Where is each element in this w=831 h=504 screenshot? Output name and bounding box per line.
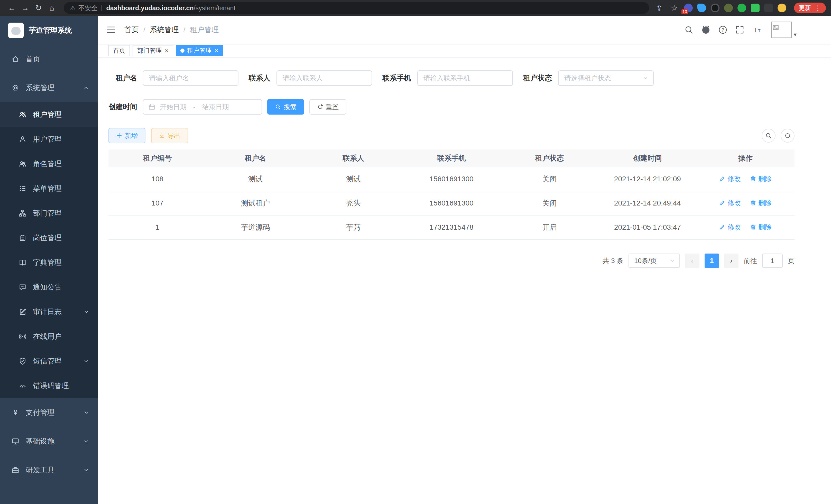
- delete-link[interactable]: 删除: [750, 174, 772, 183]
- refresh-table-button[interactable]: [781, 129, 795, 143]
- sidebar-logo[interactable]: 芋道管理系统: [0, 16, 98, 45]
- tenant-table: 租户编号 租户名 联系人 联系手机 租户状态 创建时间 操作 108 测试: [109, 149, 795, 240]
- edit-link[interactable]: 修改: [719, 174, 741, 183]
- close-icon[interactable]: ×: [165, 48, 169, 54]
- cell-created: 2021-01-05 17:03:47: [598, 215, 696, 239]
- sidebar-item-post[interactable]: 岗位管理: [0, 226, 98, 250]
- bookmark-star-icon[interactable]: ☆: [669, 0, 679, 16]
- github-icon[interactable]: [701, 25, 711, 34]
- warning-icon: ⚠: [70, 4, 76, 12]
- user-avatar-dropdown[interactable]: ▾: [771, 22, 797, 38]
- breadcrumb-separator: /: [183, 26, 185, 34]
- tag-tenant[interactable]: 租户管理 ×: [176, 45, 223, 56]
- extension-icon-3[interactable]: [711, 4, 719, 12]
- sidebar-item-label: 字典管理: [33, 258, 62, 267]
- tag-home[interactable]: 首页: [109, 45, 130, 56]
- delete-link[interactable]: 删除: [750, 223, 772, 232]
- goto-page-input[interactable]: [762, 254, 783, 268]
- sidebar-item-error-code[interactable]: </> 错误码管理: [0, 374, 98, 398]
- cell-tenant-id: 107: [109, 191, 206, 215]
- search-button-label: 搜索: [284, 103, 296, 111]
- toggle-search-button[interactable]: [762, 129, 775, 143]
- next-page-button[interactable]: ›: [724, 254, 739, 268]
- sidebar-item-tenant[interactable]: 租户管理: [0, 102, 98, 127]
- page-number-button[interactable]: 1: [705, 254, 719, 268]
- date-range-picker[interactable]: 开始日期 - 结束日期: [143, 99, 262, 115]
- filter-row-1: 租户名 联系人 联系手机 租户状态 请选择租户状态: [109, 70, 831, 86]
- cell-actions: 修改删除: [697, 167, 795, 191]
- status-select-placeholder: 请选择租户状态: [564, 74, 611, 83]
- sidebar-item-pay[interactable]: ¥ 支付管理: [0, 398, 98, 427]
- col-contact: 联系人: [305, 149, 402, 167]
- not-secure-indicator[interactable]: ⚠ 不安全: [70, 4, 97, 12]
- address-bar[interactable]: ⚠ 不安全 dashboard.yudao.iocoder.cn /system…: [64, 2, 649, 14]
- edit-link[interactable]: 修改: [719, 223, 741, 232]
- help-icon[interactable]: ?: [718, 25, 727, 34]
- delete-link[interactable]: 删除: [750, 199, 772, 208]
- logo-image: [8, 23, 24, 38]
- sidebar-item-label: 系统管理: [26, 83, 55, 93]
- add-button[interactable]: 新增: [109, 128, 145, 143]
- reset-button[interactable]: 重置: [309, 99, 346, 115]
- sidebar-item-menu[interactable]: 菜单管理: [0, 176, 98, 201]
- home-icon[interactable]: ⌂: [45, 0, 59, 16]
- profile-avatar-icon[interactable]: [778, 4, 786, 12]
- tenant-name-input[interactable]: [143, 70, 238, 86]
- fullscreen-icon[interactable]: [735, 25, 744, 34]
- status-select[interactable]: 请选择租户状态: [558, 70, 654, 86]
- sidebar-item-online-user[interactable]: 在线用户: [0, 324, 98, 349]
- tag-dept[interactable]: 部门管理 ×: [133, 45, 173, 56]
- cell-actions: 修改删除: [697, 191, 795, 215]
- sidebar-item-role[interactable]: 角色管理: [0, 152, 98, 176]
- browser-menu-kebab-icon[interactable]: ⋮: [814, 4, 821, 12]
- page-size-select[interactable]: 10条/页: [629, 254, 680, 268]
- filter-status: 租户状态 请选择租户状态: [523, 70, 654, 86]
- phone-input[interactable]: [417, 70, 513, 86]
- cell-tenant-id: 108: [109, 167, 206, 191]
- cell-status: 关闭: [500, 191, 598, 215]
- share-icon[interactable]: ⇪: [654, 0, 664, 16]
- filter-row-2: 创建时间 开始日期 - 结束日期 搜索 重置: [109, 99, 831, 115]
- sidebar-item-devtool[interactable]: 研发工具: [0, 456, 98, 484]
- extension-icon-4[interactable]: [724, 4, 733, 12]
- edit-link[interactable]: 修改: [719, 199, 741, 208]
- status-label: 租户状态: [523, 73, 552, 83]
- search-button[interactable]: 搜索: [267, 99, 304, 115]
- sidebar-item-system[interactable]: 系统管理: [0, 73, 98, 102]
- font-size-icon[interactable]: TT: [752, 25, 762, 34]
- sidebar-item-dept[interactable]: 部门管理: [0, 201, 98, 226]
- calendar-icon: [148, 103, 155, 110]
- extension-icon-2[interactable]: [697, 4, 706, 12]
- sidebar-item-audit-log[interactable]: 审计日志: [0, 299, 98, 324]
- sidebar-item-infra[interactable]: 基础设施: [0, 427, 98, 456]
- sidebar-item-label: 通知公告: [33, 282, 62, 292]
- cell-created: 2021-12-14 21:02:09: [598, 167, 696, 191]
- sidebar-item-sms[interactable]: 短信管理: [0, 349, 98, 374]
- reload-icon[interactable]: ↻: [32, 0, 45, 16]
- contact-input[interactable]: [277, 70, 372, 86]
- sidebar-item-label: 支付管理: [26, 408, 55, 417]
- sidebar-item-notice[interactable]: 通知公告: [0, 275, 98, 299]
- close-icon[interactable]: ×: [215, 48, 219, 54]
- breadcrumb-system[interactable]: 系统管理: [150, 25, 179, 35]
- back-icon[interactable]: ←: [5, 0, 19, 16]
- extension-icon-5[interactable]: [738, 4, 746, 12]
- breadcrumb-home[interactable]: 首页: [124, 25, 139, 35]
- chrome-update-chip[interactable]: 更新 ⋮: [794, 3, 826, 13]
- extension-icon-1[interactable]: 10: [684, 4, 693, 12]
- prev-page-button[interactable]: ‹: [685, 254, 699, 268]
- sidebar-item-dict[interactable]: 字典管理: [0, 250, 98, 275]
- extension-icon-6[interactable]: [751, 4, 760, 12]
- export-button[interactable]: 导出: [151, 128, 188, 143]
- breadcrumb-current: 租户管理: [190, 25, 219, 35]
- end-date-placeholder: 结束日期: [202, 102, 229, 112]
- cell-tenant-name: 测试: [206, 167, 304, 191]
- extensions-puzzle-icon[interactable]: [764, 4, 773, 12]
- sidebar-toggle-icon[interactable]: [106, 25, 116, 35]
- forward-icon[interactable]: →: [19, 0, 32, 16]
- search-icon[interactable]: [684, 25, 693, 34]
- refresh-icon: [317, 104, 323, 110]
- sidebar-item-user[interactable]: 用户管理: [0, 127, 98, 152]
- sidebar-item-home[interactable]: 首页: [0, 45, 98, 73]
- cell-phone: 17321315478: [402, 215, 500, 239]
